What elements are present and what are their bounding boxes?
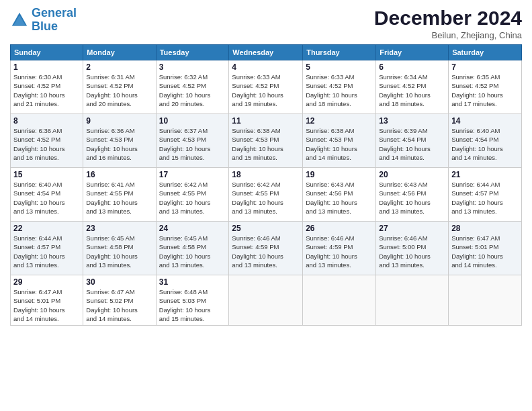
table-row: 30Sunrise: 6:47 AM Sunset: 5:02 PM Dayli… (83, 275, 156, 326)
table-row: 15Sunrise: 6:40 AM Sunset: 4:54 PM Dayli… (11, 168, 83, 222)
location: Beilun, Zhejiang, China (374, 30, 522, 40)
table-row: 8Sunrise: 6:36 AM Sunset: 4:52 PM Daylig… (11, 114, 83, 168)
table-row: 27Sunrise: 6:46 AM Sunset: 5:00 PM Dayli… (376, 222, 449, 275)
day-info: Sunrise: 6:43 AM Sunset: 4:56 PM Dayligh… (379, 180, 445, 216)
table-row: 2Sunrise: 6:31 AM Sunset: 4:52 PM Daylig… (83, 60, 156, 114)
table-row: 6Sunrise: 6:34 AM Sunset: 4:52 PM Daylig… (376, 60, 449, 114)
calendar-week-row: 29Sunrise: 6:47 AM Sunset: 5:01 PM Dayli… (11, 275, 522, 326)
day-number: 27 (379, 224, 445, 233)
day-number: 14 (451, 116, 519, 126)
day-number: 11 (232, 116, 300, 126)
table-row: 23Sunrise: 6:45 AM Sunset: 4:58 PM Dayli… (83, 222, 156, 275)
table-row: 11Sunrise: 6:38 AM Sunset: 4:53 PM Dayli… (229, 114, 303, 168)
calendar-week-row: 15Sunrise: 6:40 AM Sunset: 4:54 PM Dayli… (11, 168, 522, 222)
calendar-header-row: Sunday Monday Tuesday Wednesday Thursday… (11, 45, 522, 60)
day-number: 25 (232, 224, 300, 233)
logo-icon (10, 11, 29, 30)
day-number: 24 (159, 224, 226, 233)
day-number: 17 (159, 170, 226, 179)
day-info: Sunrise: 6:33 AM Sunset: 4:52 PM Dayligh… (232, 73, 300, 108)
table-row: 3Sunrise: 6:32 AM Sunset: 4:52 PM Daylig… (156, 60, 229, 114)
logo-line2: Blue (32, 19, 58, 33)
day-info: Sunrise: 6:38 AM Sunset: 4:53 PM Dayligh… (306, 126, 373, 162)
day-number: 2 (86, 62, 152, 72)
day-info: Sunrise: 6:36 AM Sunset: 4:53 PM Dayligh… (86, 126, 152, 162)
day-number: 29 (13, 277, 80, 287)
day-number: 5 (306, 62, 373, 72)
day-info: Sunrise: 6:47 AM Sunset: 5:01 PM Dayligh… (13, 287, 80, 323)
day-info: Sunrise: 6:42 AM Sunset: 4:55 PM Dayligh… (159, 180, 226, 216)
day-info: Sunrise: 6:44 AM Sunset: 4:57 PM Dayligh… (451, 180, 519, 216)
day-info: Sunrise: 6:42 AM Sunset: 4:55 PM Dayligh… (232, 180, 300, 216)
day-info: Sunrise: 6:46 AM Sunset: 5:00 PM Dayligh… (379, 234, 445, 269)
day-info: Sunrise: 6:34 AM Sunset: 4:52 PM Dayligh… (379, 73, 445, 108)
day-info: Sunrise: 6:33 AM Sunset: 4:52 PM Dayligh… (306, 73, 373, 108)
page: General Blue December 2024 Beilun, Zheji… (0, 0, 532, 411)
table-row: 24Sunrise: 6:45 AM Sunset: 4:58 PM Dayli… (156, 222, 229, 275)
day-number: 1 (13, 62, 80, 72)
day-info: Sunrise: 6:36 AM Sunset: 4:52 PM Dayligh… (13, 126, 80, 162)
day-number: 3 (159, 62, 226, 72)
table-row (303, 275, 376, 326)
logo: General Blue (10, 7, 77, 34)
col-friday: Friday (376, 45, 449, 60)
day-number: 22 (13, 224, 80, 233)
day-number: 9 (86, 116, 152, 126)
header: General Blue December 2024 Beilun, Zheji… (10, 7, 522, 40)
table-row: 20Sunrise: 6:43 AM Sunset: 4:56 PM Dayli… (376, 168, 449, 222)
day-number: 7 (451, 62, 519, 72)
day-info: Sunrise: 6:48 AM Sunset: 5:03 PM Dayligh… (159, 287, 226, 323)
day-number: 16 (86, 170, 152, 179)
logo-text: General Blue (32, 7, 77, 34)
logo-line1: General (32, 6, 77, 19)
day-number: 15 (13, 170, 80, 179)
day-info: Sunrise: 6:38 AM Sunset: 4:53 PM Dayligh… (232, 126, 300, 162)
day-number: 4 (232, 62, 300, 72)
table-row: 29Sunrise: 6:47 AM Sunset: 5:01 PM Dayli… (11, 275, 83, 326)
table-row: 14Sunrise: 6:40 AM Sunset: 4:54 PM Dayli… (449, 114, 522, 168)
day-info: Sunrise: 6:40 AM Sunset: 4:54 PM Dayligh… (451, 126, 519, 162)
calendar-week-row: 22Sunrise: 6:44 AM Sunset: 4:57 PM Dayli… (11, 222, 522, 275)
table-row: 9Sunrise: 6:36 AM Sunset: 4:53 PM Daylig… (83, 114, 156, 168)
col-sunday: Sunday (11, 45, 83, 60)
calendar-week-row: 1Sunrise: 6:30 AM Sunset: 4:52 PM Daylig… (11, 60, 522, 114)
col-monday: Monday (83, 45, 156, 60)
table-row: 17Sunrise: 6:42 AM Sunset: 4:55 PM Dayli… (156, 168, 229, 222)
day-number: 13 (379, 116, 445, 126)
table-row (449, 275, 522, 326)
table-row: 26Sunrise: 6:46 AM Sunset: 4:59 PM Dayli… (303, 222, 376, 275)
table-row: 28Sunrise: 6:47 AM Sunset: 5:01 PM Dayli… (449, 222, 522, 275)
day-info: Sunrise: 6:30 AM Sunset: 4:52 PM Dayligh… (13, 73, 80, 108)
table-row: 5Sunrise: 6:33 AM Sunset: 4:52 PM Daylig… (303, 60, 376, 114)
calendar-week-row: 8Sunrise: 6:36 AM Sunset: 4:52 PM Daylig… (11, 114, 522, 168)
table-row: 16Sunrise: 6:41 AM Sunset: 4:55 PM Dayli… (83, 168, 156, 222)
col-thursday: Thursday (303, 45, 376, 60)
title-block: December 2024 Beilun, Zhejiang, China (374, 7, 522, 40)
table-row: 13Sunrise: 6:39 AM Sunset: 4:54 PM Dayli… (376, 114, 449, 168)
day-info: Sunrise: 6:43 AM Sunset: 4:56 PM Dayligh… (306, 180, 373, 216)
day-number: 6 (379, 62, 445, 72)
day-number: 20 (379, 170, 445, 179)
day-info: Sunrise: 6:39 AM Sunset: 4:54 PM Dayligh… (379, 126, 445, 162)
day-info: Sunrise: 6:46 AM Sunset: 4:59 PM Dayligh… (232, 234, 300, 269)
table-row (376, 275, 449, 326)
day-info: Sunrise: 6:47 AM Sunset: 5:01 PM Dayligh… (451, 234, 519, 269)
table-row (229, 275, 303, 326)
day-number: 30 (86, 277, 152, 287)
day-number: 23 (86, 224, 152, 233)
col-saturday: Saturday (449, 45, 522, 60)
day-info: Sunrise: 6:37 AM Sunset: 4:53 PM Dayligh… (159, 126, 226, 162)
day-number: 12 (306, 116, 373, 126)
table-row: 18Sunrise: 6:42 AM Sunset: 4:55 PM Dayli… (229, 168, 303, 222)
day-info: Sunrise: 6:45 AM Sunset: 4:58 PM Dayligh… (86, 234, 152, 269)
day-number: 8 (13, 116, 80, 126)
table-row: 31Sunrise: 6:48 AM Sunset: 5:03 PM Dayli… (156, 275, 229, 326)
col-wednesday: Wednesday (229, 45, 303, 60)
day-info: Sunrise: 6:40 AM Sunset: 4:54 PM Dayligh… (13, 180, 80, 216)
day-number: 26 (306, 224, 373, 233)
day-number: 31 (159, 277, 226, 287)
day-info: Sunrise: 6:35 AM Sunset: 4:52 PM Dayligh… (451, 73, 519, 108)
day-number: 18 (232, 170, 300, 179)
table-row: 19Sunrise: 6:43 AM Sunset: 4:56 PM Dayli… (303, 168, 376, 222)
day-info: Sunrise: 6:41 AM Sunset: 4:55 PM Dayligh… (86, 180, 152, 216)
